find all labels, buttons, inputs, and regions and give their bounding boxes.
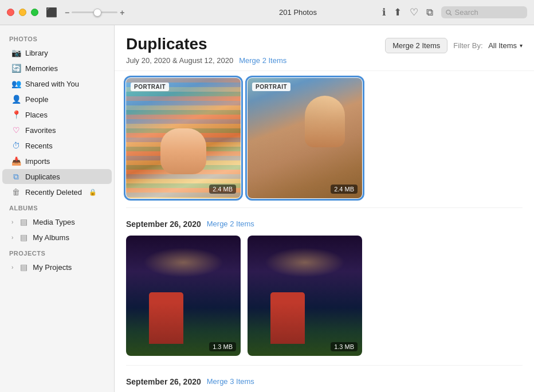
sidebar-item-memories[interactable]: 🔄 Memories xyxy=(2,61,112,76)
photo-size-badge: 1.3 MB xyxy=(331,342,358,351)
close-button[interactable] xyxy=(7,9,14,16)
merge-all-button[interactable]: Merge 2 Items xyxy=(385,38,447,53)
zoom-minus-icon[interactable]: − xyxy=(65,8,69,17)
zoom-slider-container: − + xyxy=(65,8,124,17)
sidebar-item-library[interactable]: 📷 Library xyxy=(2,45,112,60)
rotate-icon[interactable]: ⧉ xyxy=(426,7,433,18)
section-date-3: September 26, 2020 xyxy=(126,377,201,386)
albums-icon: ▤ xyxy=(19,233,28,242)
maximize-button[interactable] xyxy=(31,9,38,16)
filter-button[interactable]: Filter By: All Items ▾ xyxy=(453,41,523,50)
heart-icon[interactable]: ♡ xyxy=(410,6,418,18)
photo-grid-2: 1.3 MB 1.3 MB xyxy=(126,236,523,356)
photo-thumbnail xyxy=(126,78,241,198)
filter-label: Filter By: xyxy=(453,41,482,50)
photo-section-2: September 26, 2020 Merge 2 Items 1.3 MB … xyxy=(115,213,534,360)
sidebar-section-photos-label: Photos xyxy=(0,31,114,45)
content-header: Duplicates July 20, 2020 & August 12, 20… xyxy=(115,25,534,71)
photo-thumbnail xyxy=(126,236,241,356)
sidebar-item-imports[interactable]: 📥 Imports xyxy=(2,154,112,168)
section-header-2: September 26, 2020 Merge 2 Items xyxy=(126,219,523,229)
sidebar-item-favorites[interactable]: ♡ Favorites xyxy=(2,123,112,138)
section-header-3: September 26, 2020 Merge 3 Items xyxy=(126,377,523,386)
photo-section-1: PORTRAIT 2.4 MB PORTRAIT 2.4 MB xyxy=(115,71,534,203)
photo-size-badge: 2.4 MB xyxy=(331,185,358,194)
trash-icon: 🗑 xyxy=(11,187,21,197)
places-icon: 📍 xyxy=(11,110,21,119)
svg-line-1 xyxy=(450,13,451,15)
sidebar-item-duplicates[interactable]: ⧉ Duplicates xyxy=(2,169,112,184)
sidebar-item-my-albums[interactable]: › ▤ My Albums xyxy=(2,230,112,245)
header-subtitle: July 20, 2020 & August 12, 2020 Merge 2 … xyxy=(126,56,286,65)
favorites-icon: ♡ xyxy=(11,126,21,135)
recents-icon: ⏱ xyxy=(11,141,21,150)
toolbar-right: ℹ ⬆ ♡ ⧉ xyxy=(382,6,527,18)
sidebar-item-label: Places xyxy=(25,111,48,119)
sidebar-item-label: Duplicates xyxy=(25,173,60,181)
subtitle-date: July 20, 2020 & August 12, 2020 xyxy=(126,56,233,65)
main-content: Photos 📷 Library 🔄 Memories 👥 Shared wit… xyxy=(0,25,534,392)
sidebar-section-projects-label: Projects xyxy=(0,245,114,259)
sidebar-item-label: Shared with You xyxy=(25,80,79,88)
chevron-right-icon: › xyxy=(11,219,13,225)
chevron-right-icon: › xyxy=(11,264,13,271)
slideshow-icon[interactable]: ⬛ xyxy=(45,6,58,19)
section-separator xyxy=(126,365,523,366)
sidebar-item-label: Memories xyxy=(25,64,58,73)
section-date-2: September 26, 2020 xyxy=(126,219,201,229)
search-box[interactable] xyxy=(441,6,527,18)
sidebar: Photos 📷 Library 🔄 Memories 👥 Shared wit… xyxy=(0,25,115,392)
sidebar-item-label: Imports xyxy=(25,157,50,166)
photo-thumbnail xyxy=(248,78,362,198)
photo-item[interactable]: PORTRAIT 2.4 MB xyxy=(248,78,362,198)
sidebar-item-label: Recently Deleted xyxy=(25,188,82,197)
traffic-lights xyxy=(7,9,38,16)
search-input[interactable] xyxy=(455,8,523,17)
sidebar-item-label: Recents xyxy=(25,142,53,150)
photo-item[interactable]: 1.3 MB xyxy=(126,236,241,356)
header-merge-link[interactable]: Merge 2 Items xyxy=(239,56,286,65)
sidebar-item-shared-with-you[interactable]: 👥 Shared with You xyxy=(2,76,112,91)
section-separator xyxy=(126,207,523,208)
sidebar-item-people[interactable]: 👤 People xyxy=(2,92,112,107)
sidebar-item-recently-deleted[interactable]: 🗑 Recently Deleted 🔒 xyxy=(2,185,112,199)
info-icon[interactable]: ℹ xyxy=(382,6,386,18)
sidebar-item-media-types[interactable]: › ▤ Media Types xyxy=(2,214,112,229)
sidebar-item-recents[interactable]: ⏱ Recents xyxy=(2,138,112,153)
chevron-right-icon: › xyxy=(11,234,13,241)
sidebar-item-label: Media Types xyxy=(33,218,74,226)
people-icon: 👤 xyxy=(11,95,21,104)
photo-size-badge: 1.3 MB xyxy=(209,342,236,351)
sidebar-item-label: Favorites xyxy=(25,126,56,135)
sidebar-item-label: My Albums xyxy=(33,233,69,242)
zoom-plus-icon[interactable]: + xyxy=(120,8,124,17)
projects-icon: ▤ xyxy=(19,262,28,272)
share-icon[interactable]: ⬆ xyxy=(394,6,402,18)
photo-thumbnail xyxy=(248,236,362,356)
photo-item[interactable]: 1.3 MB xyxy=(248,236,362,356)
sidebar-item-my-projects[interactable]: › ▤ My Projects xyxy=(2,260,112,275)
section-merge-link-2[interactable]: Merge 2 Items xyxy=(207,219,254,228)
portrait-badge: PORTRAIT xyxy=(131,83,169,91)
photo-item[interactable]: PORTRAIT 2.4 MB xyxy=(126,78,241,198)
photo-grid-1: PORTRAIT 2.4 MB PORTRAIT 2.4 MB xyxy=(126,78,523,198)
photo-count: 201 Photos xyxy=(214,8,382,17)
sidebar-section-albums-label: Albums xyxy=(0,200,114,214)
minimize-button[interactable] xyxy=(19,9,26,16)
sidebar-item-label: People xyxy=(25,95,48,104)
content-area: Duplicates July 20, 2020 & August 12, 20… xyxy=(115,25,534,392)
sidebar-item-label: My Projects xyxy=(33,263,72,272)
chevron-down-icon: ▾ xyxy=(520,42,523,49)
zoom-slider-thumb[interactable] xyxy=(93,9,101,17)
sidebar-item-places[interactable]: 📍 Places xyxy=(2,107,112,122)
portrait-badge: PORTRAIT xyxy=(252,83,290,91)
section-merge-link-3[interactable]: Merge 3 Items xyxy=(207,377,254,386)
media-types-icon: ▤ xyxy=(19,217,28,226)
photo-size-badge: 2.4 MB xyxy=(209,185,236,194)
shared-icon: 👥 xyxy=(11,79,21,88)
page-title: Duplicates xyxy=(126,34,286,54)
duplicates-icon: ⧉ xyxy=(11,172,21,181)
zoom-slider[interactable] xyxy=(72,11,117,13)
sidebar-item-label: Library xyxy=(25,49,48,57)
memories-icon: 🔄 xyxy=(11,64,21,73)
